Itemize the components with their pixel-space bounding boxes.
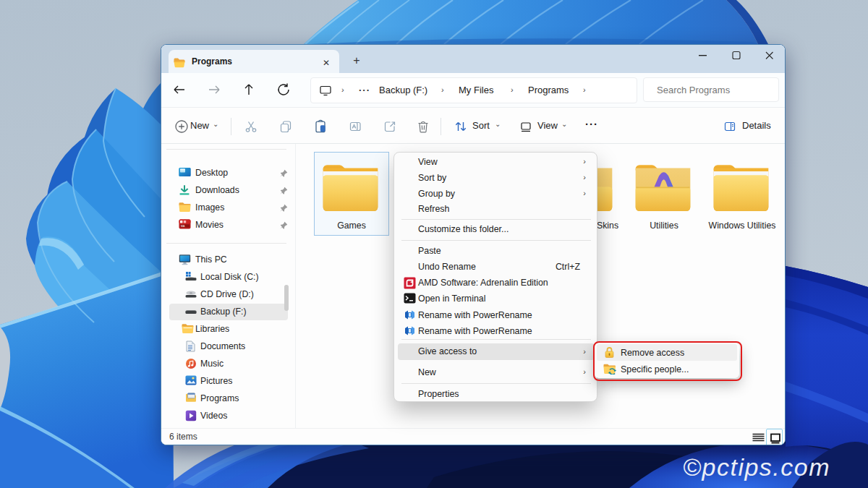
svg-text:MA: MA: [181, 225, 185, 228]
